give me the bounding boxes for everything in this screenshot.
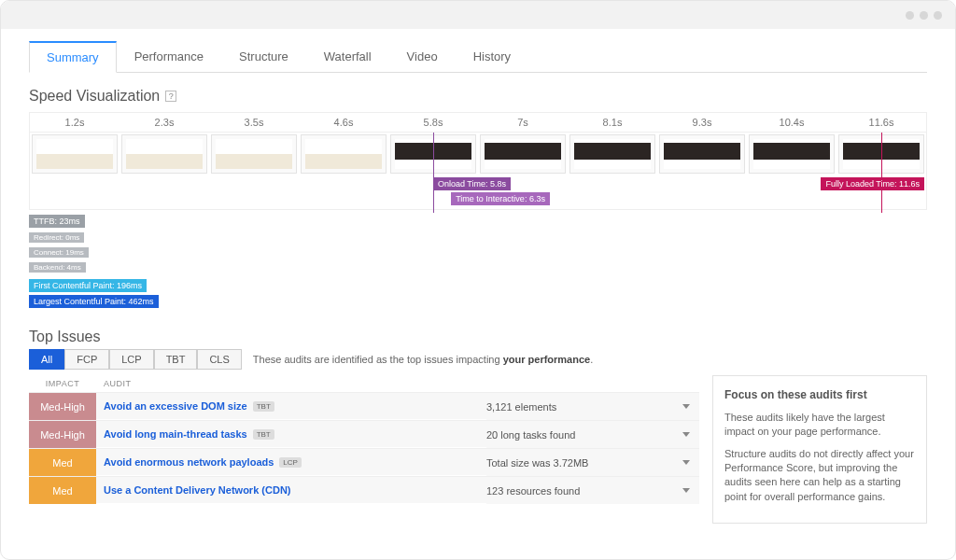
audit-metric: 123 resources found <box>486 477 673 504</box>
audit-tag: LCP <box>279 457 302 468</box>
focus-panel-title: Focus on these audits first <box>724 387 915 403</box>
chevron-down-icon <box>682 404 690 409</box>
tab-waterfall[interactable]: Waterfall <box>306 41 389 73</box>
issues-layout: Impact Audit Med-HighAvoid an excessive … <box>29 375 927 524</box>
chevron-down-icon <box>682 432 690 437</box>
expand-toggle[interactable] <box>673 393 699 420</box>
filmstrip-frame[interactable] <box>659 134 745 174</box>
chevron-down-icon <box>682 460 690 465</box>
col-impact: Impact <box>29 379 96 388</box>
time-label: 11.6s <box>836 113 926 133</box>
issue-row[interactable]: MedAvoid enormous network payloadsLCPTot… <box>29 448 699 476</box>
window-dot <box>934 11 942 20</box>
chevron-down-icon <box>682 488 690 493</box>
audit-metric: 20 long tasks found <box>486 421 673 448</box>
filmstrip-frame[interactable] <box>211 134 297 174</box>
filter-all[interactable]: All <box>29 349 64 370</box>
tab-video[interactable]: Video <box>389 41 456 73</box>
audit-cell: Use a Content Delivery Network (CDN) <box>96 477 486 504</box>
filter-cls[interactable]: CLS <box>197 349 241 370</box>
thumbnail-row <box>30 133 926 175</box>
col-audit: Audit <box>96 379 699 388</box>
window-dot <box>906 11 914 20</box>
connect-badge: Connect: 19ms <box>29 247 89 258</box>
marker-area: Onload Time: 5.8s Time to Interactive: 6… <box>30 175 926 209</box>
filter-tbt[interactable]: TBT <box>154 349 198 370</box>
window-dot <box>920 11 928 20</box>
audit-metric: Total size was 3.72MB <box>486 449 673 476</box>
content-area: SummaryPerformanceStructureWaterfallVide… <box>1 29 955 560</box>
time-label: 3.5s <box>209 113 299 133</box>
tti-marker: Time to Interactive: 6.3s <box>451 192 550 205</box>
onload-marker: Onload Time: 5.8s <box>433 177 511 190</box>
audit-title: Use a Content Delivery Network (CDN) <box>104 484 291 496</box>
impact-badge: Med <box>29 449 96 476</box>
audit-cell: Avoid an excessive DOM sizeTBT <box>96 393 486 420</box>
time-label: 9.3s <box>657 113 747 133</box>
fcp-badge: First Contentful Paint: 196ms <box>29 279 147 292</box>
audit-tag: TBT <box>253 401 274 412</box>
impact-badge: Med-High <box>29 393 96 420</box>
filmstrip-frame[interactable] <box>121 134 207 174</box>
time-label: 4.6s <box>299 113 388 133</box>
ttfb-badge: TTFB: 23ms <box>29 215 85 228</box>
issues-header: Impact Audit <box>29 375 699 392</box>
fully-loaded-marker: Fully Loaded Time: 11.6s <box>821 177 924 190</box>
issue-filters: AllFCPLCPTBTCLS These audits are identif… <box>29 353 927 366</box>
impact-badge: Med <box>29 477 96 504</box>
filter-fcp[interactable]: FCP <box>64 349 109 370</box>
issue-row[interactable]: MedUse a Content Delivery Network (CDN)1… <box>29 476 699 504</box>
tab-summary[interactable]: Summary <box>29 41 117 73</box>
fully-loaded-marker-line <box>881 133 882 213</box>
tab-history[interactable]: History <box>456 41 528 73</box>
lcp-badge: Largest Contentful Paint: 462ms <box>29 295 159 308</box>
filmstrip-frame[interactable] <box>569 134 655 174</box>
filmstrip-frame[interactable] <box>301 134 387 174</box>
speed-vis-title: Speed Visualization ? <box>29 88 927 105</box>
browser-frame: SummaryPerformanceStructureWaterfallVide… <box>0 0 956 560</box>
impact-badge: Med-High <box>29 421 96 448</box>
tab-structure[interactable]: Structure <box>221 41 306 73</box>
filmstrip-frame[interactable] <box>32 134 118 174</box>
audit-tag: TBT <box>253 429 274 440</box>
onload-marker-line <box>433 133 434 213</box>
issues-table: Impact Audit Med-HighAvoid an excessive … <box>29 375 699 524</box>
report-tabs: SummaryPerformanceStructureWaterfallVide… <box>29 40 927 73</box>
top-issues-title: Top Issues <box>29 329 927 345</box>
time-labels-row: 1.2s2.3s3.5s4.6s5.8s7s8.1s9.3s10.4s11.6s <box>30 113 926 133</box>
audit-metric: 3,121 elements <box>486 393 673 420</box>
speed-timeline: 1.2s2.3s3.5s4.6s5.8s7s8.1s9.3s10.4s11.6s… <box>29 112 927 210</box>
redirect-badge: Redirect: 0ms <box>29 232 84 243</box>
audit-title: Avoid long main-thread tasks <box>104 428 247 440</box>
timing-badges: TTFB: 23ms Redirect: 0ms Connect: 19ms B… <box>29 214 927 310</box>
help-icon[interactable]: ? <box>165 91 176 102</box>
filmstrip-frame[interactable] <box>749 134 835 174</box>
tab-performance[interactable]: Performance <box>117 41 221 73</box>
expand-toggle[interactable] <box>673 477 699 504</box>
backend-badge: Backend: 4ms <box>29 262 86 273</box>
time-label: 1.2s <box>30 113 120 133</box>
filter-description: These audits are identified as the top i… <box>253 354 593 365</box>
section-title-text: Speed Visualization <box>29 88 160 105</box>
filter-desc-bold: your performance <box>503 354 591 365</box>
section-title-text: Top Issues <box>29 329 100 345</box>
time-label: 5.8s <box>388 113 478 133</box>
filter-desc-prefix: These audits are identified as the top i… <box>253 354 503 365</box>
audit-cell: Avoid enormous network payloadsLCP <box>96 449 486 476</box>
focus-panel: Focus on these audits first These audits… <box>712 375 927 524</box>
expand-toggle[interactable] <box>673 421 699 448</box>
filter-lcp[interactable]: LCP <box>109 349 153 370</box>
time-label: 10.4s <box>747 113 836 133</box>
expand-toggle[interactable] <box>673 449 699 476</box>
time-label: 8.1s <box>568 113 657 133</box>
focus-panel-p2: Structure audits do not directly affect … <box>724 447 915 505</box>
audit-title: Avoid enormous network payloads <box>104 456 274 468</box>
browser-titlebar <box>1 1 955 29</box>
audit-title: Avoid an excessive DOM size <box>104 400 247 412</box>
issue-row[interactable]: Med-HighAvoid an excessive DOM sizeTBT3,… <box>29 392 699 420</box>
filmstrip-frame[interactable] <box>480 134 566 174</box>
time-label: 2.3s <box>120 113 209 133</box>
audit-cell: Avoid long main-thread tasksTBT <box>96 421 486 448</box>
issue-row[interactable]: Med-HighAvoid long main-thread tasksTBT2… <box>29 420 699 448</box>
time-label: 7s <box>478 113 568 133</box>
